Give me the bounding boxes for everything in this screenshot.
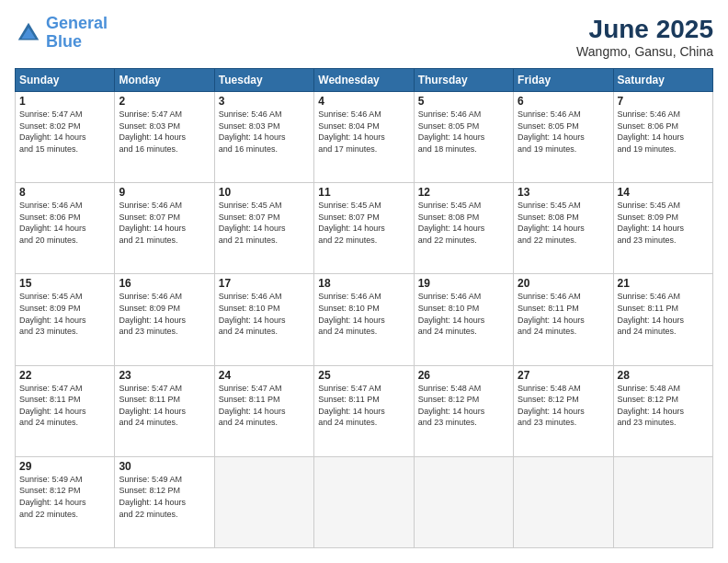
day-info: Sunrise: 5:45 AM Sunset: 8:09 PM Dayligh… bbox=[19, 291, 110, 337]
day-number: 6 bbox=[518, 95, 609, 108]
calendar-cell: 16Sunrise: 5:46 AM Sunset: 8:09 PM Dayli… bbox=[115, 274, 214, 365]
day-info: Sunrise: 5:49 AM Sunset: 8:12 PM Dayligh… bbox=[119, 474, 210, 520]
day-number: 11 bbox=[318, 186, 409, 199]
calendar-cell: 24Sunrise: 5:47 AM Sunset: 8:11 PM Dayli… bbox=[214, 365, 313, 456]
calendar-header-saturday: Saturday bbox=[613, 69, 712, 92]
day-number: 27 bbox=[518, 369, 609, 382]
day-info: Sunrise: 5:45 AM Sunset: 8:09 PM Dayligh… bbox=[618, 200, 709, 246]
calendar-cell bbox=[314, 456, 414, 547]
day-info: Sunrise: 5:46 AM Sunset: 8:05 PM Dayligh… bbox=[418, 109, 509, 155]
day-number: 16 bbox=[119, 277, 210, 290]
logo-line1: General bbox=[46, 14, 108, 32]
logo-icon bbox=[15, 19, 42, 47]
calendar-cell: 2Sunrise: 5:47 AM Sunset: 8:03 PM Daylig… bbox=[115, 92, 214, 183]
calendar-cell: 4Sunrise: 5:46 AM Sunset: 8:04 PM Daylig… bbox=[314, 92, 414, 183]
logo: General Blue bbox=[15, 15, 108, 52]
calendar-cell: 25Sunrise: 5:47 AM Sunset: 8:11 PM Dayli… bbox=[314, 365, 414, 456]
day-number: 18 bbox=[318, 277, 409, 290]
day-number: 26 bbox=[418, 369, 509, 382]
calendar-cell: 15Sunrise: 5:45 AM Sunset: 8:09 PM Dayli… bbox=[16, 274, 115, 365]
day-info: Sunrise: 5:48 AM Sunset: 8:12 PM Dayligh… bbox=[418, 383, 509, 429]
calendar-cell bbox=[414, 456, 513, 547]
day-info: Sunrise: 5:46 AM Sunset: 8:09 PM Dayligh… bbox=[119, 291, 210, 337]
calendar-header-friday: Friday bbox=[514, 69, 613, 92]
day-number: 1 bbox=[19, 95, 110, 108]
calendar-cell bbox=[514, 456, 613, 547]
day-number: 22 bbox=[19, 369, 110, 382]
day-info: Sunrise: 5:47 AM Sunset: 8:03 PM Dayligh… bbox=[119, 109, 210, 155]
calendar-cell: 30Sunrise: 5:49 AM Sunset: 8:12 PM Dayli… bbox=[115, 456, 214, 547]
day-number: 25 bbox=[318, 369, 409, 382]
day-info: Sunrise: 5:46 AM Sunset: 8:03 PM Dayligh… bbox=[219, 109, 310, 155]
day-info: Sunrise: 5:46 AM Sunset: 8:07 PM Dayligh… bbox=[119, 200, 210, 246]
day-number: 29 bbox=[19, 460, 110, 473]
day-number: 5 bbox=[418, 95, 509, 108]
calendar-cell: 5Sunrise: 5:46 AM Sunset: 8:05 PM Daylig… bbox=[414, 92, 513, 183]
calendar-cell: 7Sunrise: 5:46 AM Sunset: 8:06 PM Daylig… bbox=[613, 92, 712, 183]
day-info: Sunrise: 5:47 AM Sunset: 8:11 PM Dayligh… bbox=[119, 383, 210, 429]
day-number: 2 bbox=[119, 95, 210, 108]
day-info: Sunrise: 5:45 AM Sunset: 8:08 PM Dayligh… bbox=[518, 200, 609, 246]
day-info: Sunrise: 5:46 AM Sunset: 8:11 PM Dayligh… bbox=[618, 291, 709, 337]
day-number: 14 bbox=[618, 186, 709, 199]
calendar-cell: 8Sunrise: 5:46 AM Sunset: 8:06 PM Daylig… bbox=[16, 183, 115, 274]
calendar-cell: 20Sunrise: 5:46 AM Sunset: 8:11 PM Dayli… bbox=[514, 274, 613, 365]
calendar-week-row: 15Sunrise: 5:45 AM Sunset: 8:09 PM Dayli… bbox=[16, 274, 713, 365]
header: General Blue June 2025 Wangmo, Gansu, Ch… bbox=[15, 15, 713, 59]
day-number: 9 bbox=[119, 186, 210, 199]
calendar-cell: 1Sunrise: 5:47 AM Sunset: 8:02 PM Daylig… bbox=[16, 92, 115, 183]
day-number: 7 bbox=[618, 95, 709, 108]
day-number: 21 bbox=[618, 277, 709, 290]
calendar-cell: 29Sunrise: 5:49 AM Sunset: 8:12 PM Dayli… bbox=[16, 456, 115, 547]
calendar-cell: 19Sunrise: 5:46 AM Sunset: 8:10 PM Dayli… bbox=[414, 274, 513, 365]
calendar-cell: 14Sunrise: 5:45 AM Sunset: 8:09 PM Dayli… bbox=[613, 183, 712, 274]
calendar-cell bbox=[613, 456, 712, 547]
day-info: Sunrise: 5:47 AM Sunset: 8:11 PM Dayligh… bbox=[318, 383, 409, 429]
day-number: 20 bbox=[518, 277, 609, 290]
calendar-cell: 6Sunrise: 5:46 AM Sunset: 8:05 PM Daylig… bbox=[514, 92, 613, 183]
calendar-week-row: 29Sunrise: 5:49 AM Sunset: 8:12 PM Dayli… bbox=[16, 456, 713, 547]
calendar-cell: 11Sunrise: 5:45 AM Sunset: 8:07 PM Dayli… bbox=[314, 183, 414, 274]
day-info: Sunrise: 5:46 AM Sunset: 8:10 PM Dayligh… bbox=[219, 291, 310, 337]
month-title: June 2025 bbox=[576, 15, 713, 44]
logo-line2: Blue bbox=[46, 32, 82, 51]
calendar-cell: 10Sunrise: 5:45 AM Sunset: 8:07 PM Dayli… bbox=[214, 183, 313, 274]
day-number: 19 bbox=[418, 277, 509, 290]
day-number: 12 bbox=[418, 186, 509, 199]
title-block: June 2025 Wangmo, Gansu, China bbox=[576, 15, 713, 59]
calendar-cell: 18Sunrise: 5:46 AM Sunset: 8:10 PM Dayli… bbox=[314, 274, 414, 365]
day-info: Sunrise: 5:48 AM Sunset: 8:12 PM Dayligh… bbox=[518, 383, 609, 429]
day-info: Sunrise: 5:46 AM Sunset: 8:10 PM Dayligh… bbox=[418, 291, 509, 337]
day-info: Sunrise: 5:46 AM Sunset: 8:11 PM Dayligh… bbox=[518, 291, 609, 337]
day-info: Sunrise: 5:46 AM Sunset: 8:05 PM Dayligh… bbox=[518, 109, 609, 155]
calendar-cell: 9Sunrise: 5:46 AM Sunset: 8:07 PM Daylig… bbox=[115, 183, 214, 274]
calendar-cell: 3Sunrise: 5:46 AM Sunset: 8:03 PM Daylig… bbox=[214, 92, 313, 183]
day-info: Sunrise: 5:47 AM Sunset: 8:11 PM Dayligh… bbox=[19, 383, 110, 429]
day-info: Sunrise: 5:46 AM Sunset: 8:04 PM Dayligh… bbox=[318, 109, 409, 155]
day-info: Sunrise: 5:47 AM Sunset: 8:02 PM Dayligh… bbox=[19, 109, 110, 155]
calendar-header-tuesday: Tuesday bbox=[214, 69, 313, 92]
day-number: 23 bbox=[119, 369, 210, 382]
calendar-week-row: 1Sunrise: 5:47 AM Sunset: 8:02 PM Daylig… bbox=[16, 92, 713, 183]
day-info: Sunrise: 5:46 AM Sunset: 8:06 PM Dayligh… bbox=[19, 200, 110, 246]
day-number: 17 bbox=[219, 277, 310, 290]
day-info: Sunrise: 5:45 AM Sunset: 8:08 PM Dayligh… bbox=[418, 200, 509, 246]
calendar-cell: 27Sunrise: 5:48 AM Sunset: 8:12 PM Dayli… bbox=[514, 365, 613, 456]
calendar-cell: 23Sunrise: 5:47 AM Sunset: 8:11 PM Dayli… bbox=[115, 365, 214, 456]
day-info: Sunrise: 5:47 AM Sunset: 8:11 PM Dayligh… bbox=[219, 383, 310, 429]
day-number: 4 bbox=[318, 95, 409, 108]
logo-text: General Blue bbox=[46, 15, 108, 52]
calendar-cell: 13Sunrise: 5:45 AM Sunset: 8:08 PM Dayli… bbox=[514, 183, 613, 274]
calendar-header-wednesday: Wednesday bbox=[314, 69, 414, 92]
calendar-cell: 22Sunrise: 5:47 AM Sunset: 8:11 PM Dayli… bbox=[16, 365, 115, 456]
day-info: Sunrise: 5:46 AM Sunset: 8:06 PM Dayligh… bbox=[618, 109, 709, 155]
calendar-week-row: 22Sunrise: 5:47 AM Sunset: 8:11 PM Dayli… bbox=[16, 365, 713, 456]
day-info: Sunrise: 5:46 AM Sunset: 8:10 PM Dayligh… bbox=[318, 291, 409, 337]
calendar-header-monday: Monday bbox=[115, 69, 214, 92]
calendar-header-row: SundayMondayTuesdayWednesdayThursdayFrid… bbox=[16, 69, 713, 92]
day-number: 15 bbox=[19, 277, 110, 290]
day-number: 28 bbox=[618, 369, 709, 382]
day-info: Sunrise: 5:49 AM Sunset: 8:12 PM Dayligh… bbox=[19, 474, 110, 520]
day-number: 30 bbox=[119, 460, 210, 473]
calendar: SundayMondayTuesdayWednesdayThursdayFrid… bbox=[15, 68, 713, 548]
